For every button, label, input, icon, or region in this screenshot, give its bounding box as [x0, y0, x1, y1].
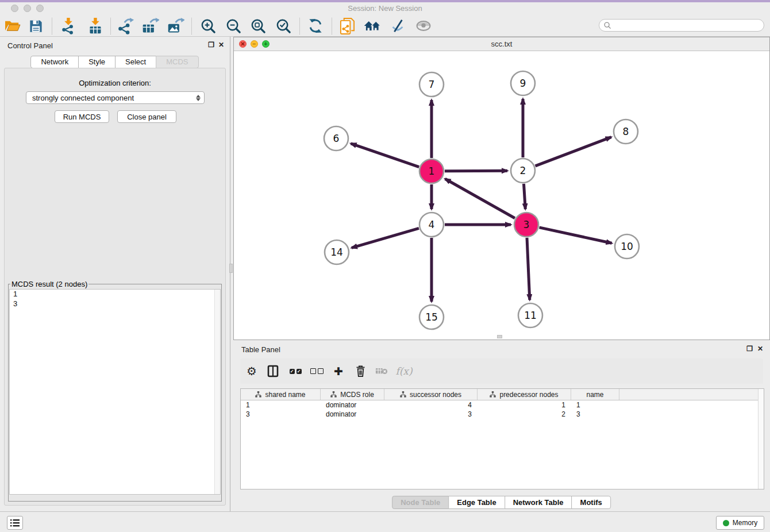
graph-node-3[interactable]: 3 — [514, 213, 538, 237]
task-history-button[interactable] — [7, 516, 23, 530]
zoom-in-icon[interactable] — [198, 16, 218, 36]
graph-node-8[interactable]: 8 — [614, 119, 638, 144]
result-scrollbar[interactable] — [214, 290, 220, 494]
table-cell[interactable]: 2 — [478, 410, 571, 418]
mcds-result-list[interactable]: 13 — [9, 289, 221, 495]
import-table-icon[interactable] — [84, 16, 105, 36]
svg-text:8: 8 — [623, 126, 629, 137]
svg-text:1: 1 — [429, 165, 435, 177]
graph-node-9[interactable]: 9 — [511, 71, 535, 95]
export-table-icon[interactable] — [140, 16, 160, 36]
graph-node-7[interactable]: 7 — [419, 72, 444, 97]
tab-node-table[interactable]: Node Table — [392, 496, 449, 509]
close-panel-icon[interactable]: ✕ — [218, 41, 224, 49]
new-network-from-file-icon[interactable] — [337, 16, 357, 36]
column-header-MCDS-role[interactable]: MCDS role — [321, 389, 384, 400]
tab-mcds[interactable]: MCDS — [156, 56, 198, 68]
column-visibility-icon[interactable] — [263, 358, 283, 384]
open-session-icon[interactable] — [2, 16, 23, 36]
svg-text:14: 14 — [330, 246, 343, 258]
tab-motifs[interactable]: Motifs — [572, 496, 611, 509]
tab-select[interactable]: Select — [115, 56, 156, 68]
import-network-icon[interactable] — [57, 16, 78, 36]
column-header-name[interactable]: name — [571, 389, 619, 400]
table-cell[interactable]: 3 — [384, 410, 478, 418]
graph-node-10[interactable]: 10 — [615, 234, 639, 259]
add-column-icon[interactable]: ✚ — [329, 358, 348, 384]
edge-4-14[interactable] — [352, 228, 419, 248]
splitter-handle[interactable] — [497, 335, 502, 338]
network-canvas[interactable]: 1234678910111415 — [234, 51, 769, 340]
criterion-select[interactable]: strongly connected component — [26, 91, 205, 104]
graph-node-1[interactable]: 1 — [419, 159, 444, 183]
run-mcds-button[interactable]: Run MCDS — [55, 110, 109, 123]
export-network-icon[interactable] — [115, 16, 136, 36]
table-cell[interactable]: 1 — [241, 401, 321, 409]
first-neighbors-icon[interactable] — [362, 16, 383, 36]
edge-2-3[interactable] — [523, 184, 525, 209]
graph-node-2[interactable]: 2 — [511, 159, 535, 183]
refresh-view-icon[interactable] — [305, 16, 326, 36]
svg-text:15: 15 — [425, 311, 438, 323]
column-header-shared-name[interactable]: shared name — [241, 389, 321, 400]
table-row[interactable]: 3dominator323 — [241, 410, 764, 419]
result-item[interactable]: 1 — [10, 290, 220, 299]
mcds-result-box: MCDS result (2 nodes) 13 — [8, 280, 222, 502]
search-input[interactable] — [614, 21, 764, 30]
edge-1-2[interactable] — [445, 171, 507, 171]
table-cell[interactable]: dominator — [321, 410, 384, 418]
column-header-predecessor-nodes[interactable]: predecessor nodes — [478, 389, 571, 400]
graph-node-4[interactable]: 4 — [419, 213, 444, 237]
network-view-title: scc.txt — [234, 40, 769, 48]
network-view-titlebar: ✕ − + scc.txt — [234, 37, 769, 51]
graph-node-14[interactable]: 14 — [325, 240, 349, 264]
table-panel: Table Panel ❐ ✕ ⚙ ✓✓ ✚ — [233, 342, 770, 511]
table-row[interactable]: 1dominator411 — [241, 400, 764, 410]
svg-text:2: 2 — [520, 165, 526, 176]
memory-button[interactable]: Memory — [716, 516, 764, 530]
table-cell[interactable]: 1 — [571, 401, 619, 409]
export-image-icon[interactable] — [165, 16, 186, 36]
tab-edge-table[interactable]: Edge Table — [448, 496, 505, 509]
delete-column-icon[interactable] — [351, 358, 370, 384]
table-scrollbar[interactable] — [758, 389, 764, 489]
edge-3-1[interactable] — [445, 179, 515, 218]
tab-style[interactable]: Style — [78, 56, 116, 68]
graph-node-15[interactable]: 15 — [419, 305, 444, 329]
save-session-icon[interactable] — [25, 16, 46, 36]
edge-2-8[interactable] — [536, 137, 611, 166]
table-cell[interactable]: 1 — [478, 401, 571, 409]
result-item[interactable]: 3 — [10, 299, 220, 309]
tab-network[interactable]: Network — [30, 56, 79, 68]
edge-3-10[interactable] — [539, 228, 611, 243]
graph-node-11[interactable]: 11 — [518, 303, 542, 327]
float-panel-icon[interactable]: ❐ — [208, 41, 214, 49]
toolbar-separator — [191, 18, 192, 34]
table-cell[interactable]: dominator — [321, 401, 384, 409]
show-all-icon[interactable] — [413, 16, 434, 36]
deselect-all-rows-icon[interactable] — [307, 358, 326, 384]
edge-1-6[interactable] — [351, 144, 419, 167]
table-cell[interactable]: 4 — [384, 401, 478, 409]
zoom-out-icon[interactable] — [223, 16, 244, 36]
table-panel-title: Table Panel — [241, 345, 280, 354]
zoom-fit-icon[interactable] — [248, 16, 268, 36]
close-panel-button[interactable]: Close panel — [117, 110, 176, 123]
table-cell[interactable]: 3 — [241, 410, 321, 418]
zoom-selected-icon[interactable] — [273, 16, 294, 36]
tab-network-table[interactable]: Network Table — [505, 496, 572, 509]
table-settings-icon[interactable]: ⚙ — [242, 358, 261, 384]
select-all-rows-icon[interactable]: ✓✓ — [286, 358, 305, 384]
search-field[interactable] — [599, 19, 764, 32]
close-panel-icon[interactable]: ✕ — [757, 345, 763, 353]
toolbar-separator — [52, 18, 52, 34]
table-cell[interactable]: 3 — [571, 410, 619, 418]
column-header-successor-nodes[interactable]: successor nodes — [384, 389, 478, 400]
table-header-row: shared nameMCDS rolesuccessor nodesprede… — [241, 389, 764, 400]
float-panel-icon[interactable]: ❐ — [746, 345, 753, 353]
splitter-handle[interactable] — [229, 264, 233, 273]
edge-3-11[interactable] — [527, 238, 530, 300]
hide-selected-icon[interactable] — [387, 16, 408, 36]
node-table[interactable]: shared nameMCDS rolesuccessor nodesprede… — [240, 388, 764, 489]
graph-node-6[interactable]: 6 — [324, 126, 348, 151]
